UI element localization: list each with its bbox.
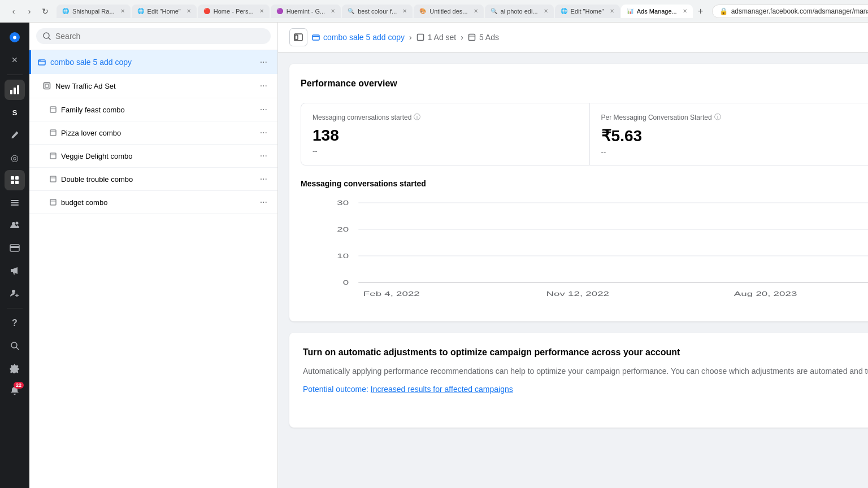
- browser-tab-7[interactable]: 🔍 ai photo edi... ✕: [485, 5, 554, 18]
- tab-close-3[interactable]: ✕: [259, 8, 264, 14]
- svg-rect-15: [11, 269, 13, 272]
- tab-close-5[interactable]: ✕: [402, 8, 407, 14]
- browser-tab-3[interactable]: 🔴 Home - Pers... ✕: [198, 5, 270, 18]
- question-icon-button[interactable]: ?: [5, 313, 25, 333]
- ad-more-button-3[interactable]: ···: [257, 173, 271, 185]
- breadcrumb-folder-icon: [312, 33, 320, 41]
- metric-card-0: Messaging conversations started ⓘ 138 --: [301, 103, 590, 165]
- divider-2: [7, 308, 23, 308]
- ad-item-1[interactable]: Pizza lover combo ···: [29, 121, 277, 145]
- tab-close-9[interactable]: ✕: [683, 8, 687, 14]
- campaign-item[interactable]: combo sale 5 add copy ···: [29, 50, 277, 74]
- notifications-icon-button[interactable]: 22: [5, 381, 25, 401]
- ad-label-2: Veggie Delight combo: [61, 152, 252, 160]
- left-panel: combo sale 5 add copy ··· New Traffic Ad…: [29, 23, 278, 488]
- tab-close-7[interactable]: ✕: [544, 8, 548, 14]
- ad-item-2[interactable]: Veggie Delight combo ···: [29, 145, 277, 168]
- ad-label-4: budget combo: [61, 198, 252, 207]
- reload-button[interactable]: ↻: [38, 5, 52, 18]
- grid-icon-button[interactable]: [5, 170, 25, 190]
- perf-title: Performance overview: [301, 79, 397, 89]
- analytics-icon-button[interactable]: [5, 80, 25, 100]
- forward-button[interactable]: ›: [23, 5, 36, 18]
- person-add-icon-button[interactable]: [5, 283, 25, 303]
- breadcrumb-campaign-link[interactable]: combo sale 5 add copy: [312, 33, 405, 42]
- browser-tab-6[interactable]: 🎨 Untitled des... ✕: [414, 5, 483, 18]
- auto-card-link-anchor[interactable]: Increased results for affected campaigns: [371, 385, 513, 394]
- tab-favicon-2: 🌐: [137, 8, 144, 14]
- chart-section: Messaging conversations started 30 20: [301, 179, 868, 310]
- chart-svg: 30 20 10 0 Feb: [301, 197, 868, 310]
- breadcrumb-adset-icon: [416, 33, 424, 41]
- ad-more-button-4[interactable]: ···: [257, 196, 271, 208]
- profile-s-icon-button[interactable]: S: [5, 102, 25, 123]
- browser-tab-4[interactable]: 🟣 Huemint - G... ✕: [271, 5, 341, 18]
- list-icon-button[interactable]: [5, 193, 25, 213]
- breadcrumb-campaign-text: combo sale 5 add copy: [323, 33, 405, 42]
- browser-tab-2[interactable]: 🌐 Edit "Home" ✕: [132, 5, 197, 18]
- ad-item-4[interactable]: budget combo ···: [29, 191, 277, 214]
- svg-text:20: 20: [337, 226, 349, 233]
- search-input-wrapper[interactable]: [36, 28, 271, 44]
- url-text: adsmanager.facebook.com/adsmanager/manag…: [731, 7, 868, 15]
- close-sidebar-button[interactable]: ✕: [5, 50, 25, 70]
- adset-item[interactable]: New Traffic Ad Set ···: [29, 74, 277, 98]
- ad-icon-2: [50, 152, 57, 159]
- ad-more-button-1[interactable]: ···: [257, 127, 271, 139]
- megaphone-icon-button[interactable]: [5, 260, 25, 281]
- metric-card-1: Per Messaging Conversation Started ⓘ ₹5.…: [590, 103, 868, 165]
- tab-label-5: best colour f...: [358, 8, 397, 15]
- svg-rect-10: [11, 204, 19, 206]
- svg-rect-31: [50, 153, 56, 159]
- browser-tab-9[interactable]: 📊 Ads Manage... ✕: [621, 5, 693, 18]
- browser-tab-1[interactable]: 🌐 Shishupal Ra... ✕: [57, 5, 131, 18]
- edit-icon-button[interactable]: [5, 125, 25, 145]
- svg-text:Nov 12, 2022: Nov 12, 2022: [546, 290, 609, 297]
- breadcrumb-ads-text: 5 Ads: [479, 33, 499, 42]
- tab-close-2[interactable]: ✕: [186, 8, 191, 14]
- tab-close-6[interactable]: ✕: [474, 8, 478, 14]
- sidebar-toggle-icon: [294, 33, 303, 42]
- tab-label-2: Edit "Home": [147, 8, 181, 15]
- tab-bar: 🌐 Shishupal Ra... ✕ 🌐 Edit "Home" ✕ 🔴 Ho…: [57, 5, 708, 18]
- new-tab-button[interactable]: +: [694, 5, 708, 18]
- search-sidebar-button[interactable]: [5, 336, 25, 356]
- ad-label-3: Double trouble combo: [61, 175, 252, 184]
- breadcrumb-adset-link[interactable]: 1 Ad set: [416, 33, 457, 42]
- svg-rect-8: [11, 200, 19, 201]
- adset-more-button[interactable]: ···: [257, 80, 271, 92]
- svg-rect-39: [313, 35, 319, 40]
- url-bar[interactable]: 🔒 adsmanager.facebook.com/adsmanager/man…: [712, 5, 868, 18]
- sidebar-toggle-button[interactable]: [289, 28, 307, 46]
- tab-close-1[interactable]: ✕: [120, 8, 125, 14]
- auto-card-link-text: Potential outcome:: [303, 385, 371, 394]
- back-button[interactable]: ‹: [7, 5, 20, 18]
- campaign-more-button[interactable]: ···: [257, 56, 271, 68]
- ad-more-button-2[interactable]: ···: [257, 150, 271, 162]
- ad-item-0[interactable]: Family feast combo ···: [29, 98, 277, 121]
- metric-info-icon-0[interactable]: ⓘ: [414, 112, 420, 122]
- ad-label-0: Family feast combo: [61, 106, 252, 114]
- adset-label: New Traffic Ad Set: [55, 82, 252, 90]
- tab-close-8[interactable]: ✕: [610, 8, 614, 14]
- ad-more-button-0[interactable]: ···: [257, 103, 271, 116]
- search-input[interactable]: [55, 32, 264, 41]
- card-icon-button[interactable]: [5, 238, 25, 258]
- browser-tab-8[interactable]: 🌐 Edit "Home" ✕: [555, 5, 620, 18]
- browser-tab-5[interactable]: 🔍 best colour f... ✕: [342, 5, 413, 18]
- perf-header: Performance overview Day Activity histor…: [301, 75, 868, 91]
- people-icon-button[interactable]: [5, 215, 25, 236]
- sidebar-icons: ✕ S ◎: [0, 23, 29, 488]
- auto-card-link[interactable]: Potential outcome: Increased results for…: [303, 385, 513, 394]
- svg-rect-41: [468, 34, 475, 41]
- settings-icon-button[interactable]: [5, 358, 25, 378]
- ad-item-3[interactable]: Double trouble combo ···: [29, 168, 277, 191]
- tab-favicon-5: 🔍: [348, 8, 354, 14]
- location-icon-button[interactable]: ◎: [5, 147, 25, 168]
- svg-rect-5: [15, 176, 19, 180]
- divider-1: [7, 75, 23, 75]
- breadcrumb-ads-link[interactable]: 5 Ads: [468, 33, 499, 42]
- chart-title: Messaging conversations started: [301, 179, 868, 188]
- metric-info-icon-1[interactable]: ⓘ: [714, 112, 721, 122]
- tab-close-4[interactable]: ✕: [331, 8, 335, 14]
